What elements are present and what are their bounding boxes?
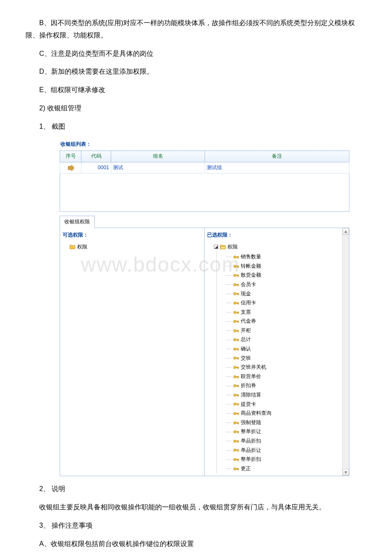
tree-item-label: 更正 [241, 464, 251, 474]
tree-item[interactable]: 信用卡 [226, 298, 346, 308]
tree-collapse-icon[interactable]: ◢ [214, 245, 218, 249]
col-code: 代码 [81, 151, 111, 162]
caption-1: 1、 截图 [26, 121, 366, 133]
folder-icon [69, 244, 75, 249]
tree-item[interactable]: 提货卡 [226, 400, 346, 409]
tree-item[interactable]: 整单折扣 [226, 455, 346, 464]
cell-name: 测试 [111, 162, 205, 173]
tree-item[interactable]: 更正 [226, 464, 346, 474]
tree-item[interactable]: 单品折扣 [226, 436, 346, 446]
svg-rect-24 [238, 321, 239, 323]
tree-item[interactable]: 单品折让 [226, 446, 346, 455]
key-icon [233, 356, 239, 361]
key-icon [233, 393, 239, 398]
tree-item-label: 现金 [241, 289, 251, 299]
tree-item-label: 开柜 [241, 326, 251, 335]
tree-item[interactable]: 整单折让 [226, 427, 346, 436]
row-pointer-icon [67, 165, 74, 171]
tree-item-label: 商品资料查询 [241, 409, 271, 418]
section-2-title: 2) 收银组管理 [26, 102, 366, 115]
key-icon [233, 429, 239, 434]
tree-item-label: 整单折扣 [241, 455, 261, 464]
available-tree: 权限 [63, 243, 202, 252]
tree-item[interactable]: 联营单价 [226, 372, 346, 382]
key-icon [233, 319, 239, 324]
col-remark: 备注 [205, 151, 349, 162]
tree-item[interactable]: 开柜 [226, 326, 346, 335]
tree-connector [226, 275, 231, 276]
tree-item[interactable]: 强制登陆 [226, 418, 346, 428]
tree-item[interactable]: 代金券 [226, 317, 346, 326]
key-icon [233, 374, 239, 379]
tree-item[interactable]: 散货金额 [226, 271, 346, 280]
svg-rect-51 [238, 404, 239, 405]
tree-item-label: 会员卡 [241, 280, 256, 289]
tree-item[interactable]: 现金 [226, 289, 346, 299]
tree-connector [226, 395, 231, 395]
tree-connector [226, 349, 231, 349]
tree-item-label: 支票 [241, 308, 251, 317]
svg-rect-69 [238, 459, 239, 461]
tree-item-label: 提货卡 [241, 400, 256, 409]
key-icon [233, 337, 239, 342]
tree-item[interactable]: 交班并关机 [226, 363, 346, 372]
tree-connector [226, 266, 231, 266]
selected-label: 已选权限： [207, 231, 346, 240]
tree-connector [226, 450, 231, 451]
tab-permissions[interactable]: 收银组权限 [60, 216, 95, 228]
scrollbar[interactable]: ▲ ▼ [342, 228, 349, 476]
svg-rect-72 [238, 468, 239, 470]
svg-rect-15 [238, 293, 239, 295]
tree-root-selected-label: 权限 [228, 243, 238, 252]
key-icon [233, 466, 239, 471]
tree-item-label: 散货金额 [241, 271, 261, 280]
key-icon [233, 365, 239, 370]
tree-item-label: 交班 [241, 354, 251, 363]
key-icon [233, 291, 239, 296]
scroll-down-button[interactable]: ▼ [343, 469, 349, 476]
cashier-group-table: 序号 代码 组名 备注 0001 测试 测试组 [60, 150, 349, 173]
paragraph-d: D、新加的模块需要在这里添加权限。 [26, 66, 366, 78]
col-seq: 序号 [60, 151, 81, 162]
paragraph-b: B、因不同类型的系统(应用)对应不一样的功能模块体系，故操作组必须按不同的系统类… [26, 17, 366, 42]
tree-item[interactable]: 折扣券 [226, 381, 346, 390]
key-icon [233, 310, 239, 315]
tree-item[interactable]: 清除结算 [226, 390, 346, 400]
tree-item-label: 销售数量 [241, 252, 261, 262]
tree-item[interactable]: 总计 [226, 335, 346, 344]
svg-rect-12 [238, 284, 239, 286]
tree-root-selected[interactable]: ◢ 权限 [214, 243, 346, 252]
tree-connector [226, 303, 231, 303]
selected-tree: ◢ 权限 销售数量转帐金额散货金额会员卡现金信用卡支票代金券开柜总计确认交班交班… [207, 243, 346, 474]
tree-connector [226, 367, 231, 368]
tree-connector [226, 284, 231, 285]
tree-children: 销售数量转帐金额散货金额会员卡现金信用卡支票代金券开柜总计确认交班交班并关机联营… [216, 252, 346, 473]
tree-item[interactable]: 会员卡 [226, 280, 346, 289]
key-icon [233, 411, 239, 416]
tree-item[interactable]: 销售数量 [226, 252, 346, 262]
tree-connector [226, 358, 231, 358]
tree-root-available[interactable]: 权限 [69, 243, 202, 252]
key-icon [233, 282, 239, 287]
folder-open-icon [220, 244, 226, 249]
key-icon [233, 402, 239, 407]
tree-root-label: 权限 [77, 243, 87, 252]
svg-rect-57 [238, 422, 239, 424]
key-icon [233, 301, 239, 306]
svg-rect-21 [238, 312, 239, 314]
selected-permissions-pane: ▲ ▼ 已选权限： ◢ 权限 销售数量转帐金额散货金额会员卡现金信用卡支票代金券… [205, 228, 349, 476]
tree-item[interactable]: 支票 [226, 308, 346, 317]
tree-item[interactable]: 转帐金额 [226, 262, 346, 271]
tree-connector [226, 386, 231, 386]
table-row[interactable]: 0001 测试 测试组 [60, 162, 349, 173]
tab-bar: 收银组权限 [60, 215, 349, 228]
tree-item[interactable]: 确认 [226, 344, 346, 354]
tree-item[interactable]: 商品资料查询 [226, 409, 346, 418]
tree-item-label: 总计 [241, 335, 251, 344]
scroll-up-button[interactable]: ▲ [343, 228, 349, 235]
tree-item[interactable]: 交班 [226, 354, 346, 363]
caption-2: 2、 说明 [26, 483, 366, 495]
svg-rect-42 [238, 376, 239, 378]
tree-item-label: 代金券 [241, 317, 256, 326]
tree-connector [226, 468, 231, 469]
